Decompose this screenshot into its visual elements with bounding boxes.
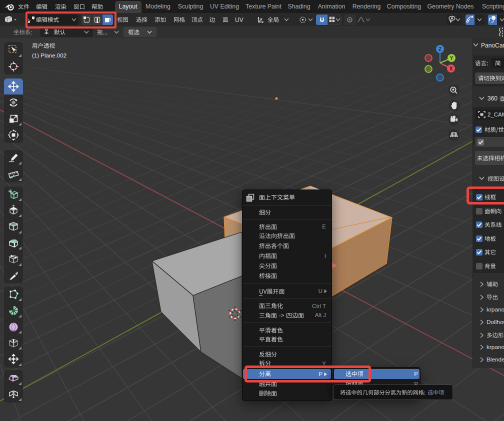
svg-text:X: X	[450, 66, 453, 72]
svg-text:Y: Y	[450, 56, 454, 61]
svg-text:Z: Z	[438, 46, 442, 52]
